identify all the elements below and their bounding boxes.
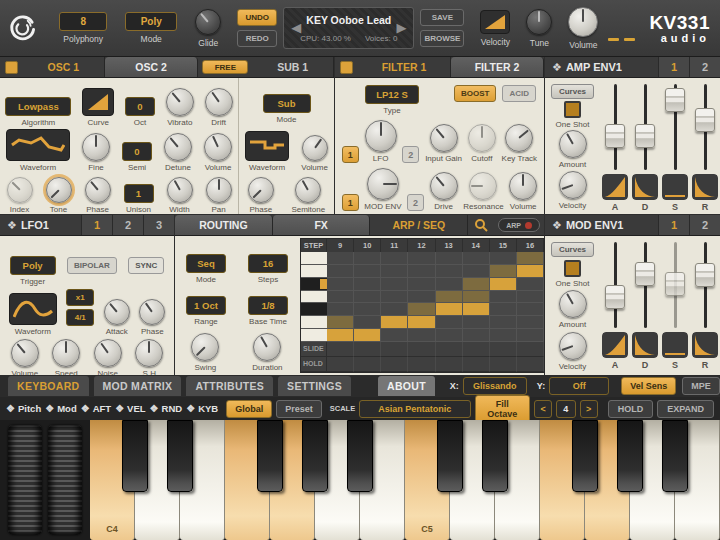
width-knob[interactable] [167, 177, 193, 203]
tune-knob[interactable] [526, 9, 552, 35]
lfo-tab-1[interactable]: 1 [81, 215, 112, 235]
volume-knob[interactable] [568, 7, 598, 37]
arp-record-button[interactable]: ARP [498, 218, 540, 232]
black-key-after-F5[interactable] [572, 420, 598, 492]
tab-about[interactable]: ABOUT [378, 376, 435, 396]
sub-phase-knob[interactable] [248, 177, 274, 203]
fine-knob[interactable] [82, 133, 110, 161]
osc2-volume-knob[interactable] [204, 133, 232, 161]
step-cell[interactable] [354, 303, 381, 316]
step-cell[interactable] [436, 303, 463, 316]
filter-modenv-knob[interactable] [367, 168, 399, 200]
kb-toggle-pitch[interactable]: ❖Pitch [6, 403, 41, 414]
step-cell[interactable] [381, 329, 408, 342]
glide-knob[interactable] [195, 9, 221, 35]
adsr-slider-A[interactable]: A [600, 84, 630, 214]
step-cell[interactable] [436, 291, 463, 304]
step-cell[interactable] [517, 278, 544, 291]
step-cell[interactable] [327, 316, 354, 329]
mod-one-shot-checkbox[interactable] [564, 260, 581, 277]
kb-toggle-vel[interactable]: ❖VEL [115, 403, 145, 414]
env-menu-icon[interactable]: ❖ [545, 215, 566, 235]
index-knob[interactable] [7, 177, 33, 203]
step-cell[interactable] [408, 291, 435, 304]
step-cell[interactable] [408, 252, 435, 265]
mod-velocity-knob[interactable] [559, 332, 587, 360]
black-key-after-A5[interactable] [662, 420, 688, 492]
tab-attributes[interactable]: ATTRIBUTES [186, 376, 273, 396]
hold-cell[interactable] [327, 357, 354, 372]
save-button[interactable]: SAVE [420, 9, 464, 26]
preset-scale-button[interactable]: Preset [276, 400, 322, 418]
amp-env-tab-2[interactable]: 2 [689, 57, 720, 77]
step-cell[interactable] [327, 265, 354, 278]
expand-button[interactable]: EXPAND [657, 400, 714, 418]
step-cell[interactable] [436, 329, 463, 342]
step-cell[interactable] [463, 291, 490, 304]
kb-toggle-mod[interactable]: ❖Mod [45, 403, 77, 414]
unison-value[interactable]: 1 [124, 184, 154, 203]
step-cell[interactable] [327, 303, 354, 316]
step-cell[interactable] [436, 278, 463, 291]
step-cell[interactable] [463, 303, 490, 316]
amp-env-curves-button[interactable]: Curves [551, 84, 594, 99]
tab-arp-seq[interactable]: ARP / SEQ [370, 215, 468, 235]
black-key-after-G4[interactable] [302, 420, 328, 492]
step-cell[interactable] [354, 265, 381, 278]
step-cell[interactable] [381, 265, 408, 278]
velocity-curve-icon[interactable] [480, 10, 510, 34]
black-key-after-F4[interactable] [257, 420, 283, 492]
step-cell[interactable] [490, 252, 517, 265]
redo-button[interactable]: REDO [237, 30, 277, 47]
step-cell[interactable] [354, 291, 381, 304]
lfo-ratio-value[interactable]: 4/1 [66, 309, 94, 326]
slide-cell[interactable] [436, 342, 463, 357]
step-cell[interactable] [490, 265, 517, 278]
polyphony-value[interactable]: 8 [59, 12, 107, 31]
step-cell[interactable] [463, 329, 490, 342]
filter-modenv1-button[interactable]: 1 [342, 194, 359, 211]
adsr-slider-D[interactable]: D [630, 84, 660, 214]
lfo-volume-knob[interactable] [11, 339, 39, 367]
filter-modenv2-button[interactable]: 2 [407, 194, 424, 211]
seq-steps-value[interactable]: 16 [248, 254, 288, 273]
step-cell[interactable] [327, 291, 354, 304]
fill-octave-button[interactable]: Fill Octave [475, 395, 531, 423]
vel-sens-button[interactable]: Vel Sens [621, 377, 676, 395]
undo-button[interactable]: UNDO [237, 9, 277, 26]
cutoff-knob[interactable] [468, 124, 496, 152]
tab-filter1[interactable]: FILTER 1 [358, 57, 451, 77]
step-cell[interactable] [490, 303, 517, 316]
step-cell[interactable] [517, 291, 544, 304]
step-cell[interactable] [408, 265, 435, 278]
amp-one-shot-checkbox[interactable] [564, 101, 581, 118]
detune-knob[interactable] [164, 133, 192, 161]
slide-cell[interactable] [327, 342, 354, 357]
step-cell[interactable] [408, 303, 435, 316]
key-track-knob[interactable] [505, 124, 533, 152]
tab-sub1[interactable]: SUB 1 [252, 57, 334, 77]
step-cell[interactable] [517, 252, 544, 265]
step-cell[interactable] [408, 278, 435, 291]
step-cell[interactable] [408, 329, 435, 342]
adsr-slider-R[interactable]: R [690, 84, 720, 214]
step-cell[interactable] [381, 278, 408, 291]
adsr-slider-A[interactable]: A [600, 242, 630, 375]
step-cell[interactable] [463, 316, 490, 329]
filter-lfo-knob[interactable] [365, 120, 397, 152]
tab-settings[interactable]: SETTINGS [278, 376, 351, 396]
osc-enable-checkbox[interactable] [5, 61, 18, 74]
tone-knob[interactable] [46, 177, 72, 203]
step-cell[interactable] [490, 316, 517, 329]
seq-mode-value[interactable]: Seq [186, 254, 226, 273]
step-cell[interactable] [436, 265, 463, 278]
scale-value[interactable]: Asian Pentatonic [359, 400, 470, 418]
step-cell[interactable] [381, 316, 408, 329]
input-gain-knob[interactable] [430, 124, 458, 152]
lfo-noise-knob[interactable] [94, 339, 122, 367]
step-cell[interactable] [517, 329, 544, 342]
step-cell[interactable] [463, 265, 490, 278]
mod-wheel[interactable] [48, 425, 82, 535]
step-cell[interactable] [354, 278, 381, 291]
mod-env-tab-2[interactable]: 2 [689, 215, 720, 235]
